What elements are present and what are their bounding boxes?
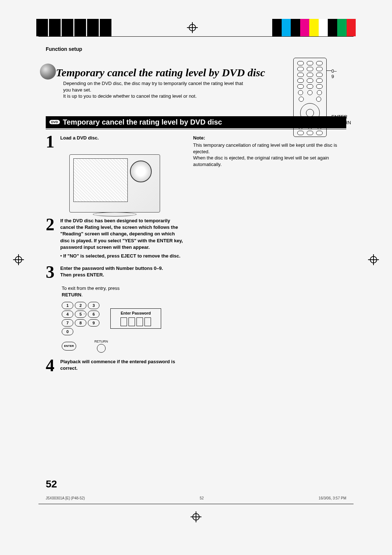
subsection-banner: DVD Temporary cancel the rating level by…: [46, 116, 346, 128]
title-bullet-icon: [40, 64, 56, 80]
password-cell: [136, 317, 143, 326]
step-3-hint-post: .: [81, 292, 83, 297]
note-line1: This temporary cancellation of rating le…: [193, 142, 346, 155]
password-box-title: Enter Password: [114, 311, 157, 315]
step-number: 2: [46, 218, 57, 259]
password-cell: [144, 317, 151, 326]
page-number: 52: [46, 478, 57, 490]
return-button-icon: [97, 344, 106, 353]
crosshair-top: [187, 22, 198, 33]
step-2: 2 If the DVD disc has been designed to t…: [46, 218, 184, 259]
step-3-hint: To exit from the entry, press RETURN.: [62, 285, 184, 298]
key-0: 0: [62, 328, 73, 335]
step-3-line2: Then press ENTER.: [60, 272, 104, 278]
key-7: 7: [62, 319, 73, 327]
key-8: 8: [75, 319, 86, 327]
footer-left: J5X00301A [E] (P48-52): [46, 496, 85, 500]
step-number: 3: [46, 265, 57, 279]
return-label: RETURN: [94, 340, 108, 343]
remote-label-numbers: 0–9: [331, 68, 336, 79]
step-3-line1: Enter the password with Number buttons 0…: [60, 266, 163, 271]
key-2: 2: [75, 302, 86, 309]
tv-load-disc-illustration: [69, 154, 160, 212]
note-line2: When the disc is ejected, the original r…: [193, 155, 346, 168]
step-4: 4 Playback will commence if the entered …: [46, 358, 184, 372]
intro-line2: It is up to you to decide whether to can…: [63, 93, 197, 99]
steps-column: 1 Load a DVD disc. 2 If the DVD disc has…: [46, 135, 184, 378]
note-column: Note: This temporary cancellation of rat…: [193, 135, 346, 168]
dvd-badge: DVD: [49, 120, 60, 124]
step-number: 4: [46, 358, 57, 372]
step-3: 3 Enter the password with Number buttons…: [46, 265, 184, 279]
key-9: 9: [88, 319, 99, 327]
step-number: 1: [46, 135, 57, 149]
step-1-text: Load a DVD disc.: [60, 135, 99, 141]
section-header: Function setup: [46, 46, 346, 52]
banner-text: Temporary cancel the rating level by DVD…: [63, 118, 222, 126]
black-registration-bar: [36, 19, 113, 36]
key-4: 4: [62, 311, 73, 318]
step-4-text: Playback will commence if the entered pa…: [60, 359, 175, 371]
page-footer: J5X00301A [E] (P48-52) 52 16/3/06, 3:57 …: [46, 496, 346, 500]
footer-right: 16/3/06, 3:57 PM: [319, 496, 346, 500]
crosshair-right: [368, 254, 379, 265]
crosshair-left: [13, 254, 24, 265]
step-1: 1 Load a DVD disc.: [46, 135, 184, 149]
step-2-text: If the DVD disc has been designed to tem…: [60, 218, 183, 250]
crosshair-bottom: [191, 511, 201, 522]
step-3-hint-pre: To exit from the entry, press: [62, 285, 119, 291]
key-5: 5: [75, 311, 86, 318]
footer-center: 52: [200, 496, 204, 500]
password-cell: [128, 317, 135, 326]
number-keypad: 1 2 3 4 5 6 7 8 9 0: [62, 302, 99, 335]
intro-text: Depending on the DVD disc, the disc may …: [63, 80, 245, 100]
page-frame: Function setup Temporary cancel the rati…: [38, 36, 354, 504]
enter-button-icon: ENTER: [62, 342, 76, 351]
intro-line1: Depending on the DVD disc, the disc may …: [63, 81, 243, 93]
key-1: 1: [62, 302, 73, 309]
enter-password-box: Enter Password: [110, 308, 161, 329]
key-3: 3: [88, 302, 99, 309]
color-registration-bar: [272, 19, 356, 36]
key-6: 6: [88, 311, 99, 318]
step-3-hint-key: RETURN: [62, 292, 81, 297]
step-2-bullet: If "NO" is selected, press EJECT to remo…: [63, 253, 180, 259]
password-cell: [121, 317, 127, 326]
